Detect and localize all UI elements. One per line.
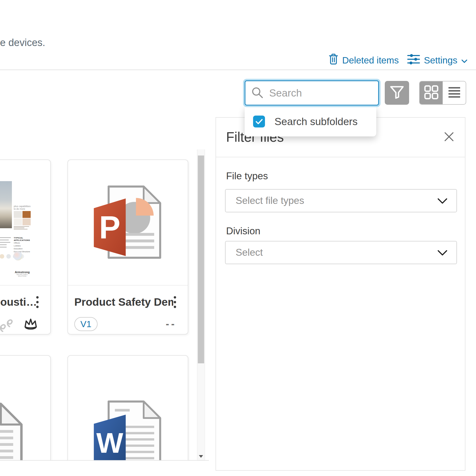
filter-files-panel: Filter files File types Select file type… (216, 117, 465, 471)
file-types-select[interactable]: Select file types (225, 189, 457, 212)
file-thumbnail: plus capabilities to do more TYPICAL APP… (0, 160, 50, 286)
svg-text:P: P (99, 209, 120, 245)
more-options-icon[interactable] (173, 295, 177, 309)
files-scrollbar[interactable] (197, 149, 205, 461)
settings-menu[interactable]: Settings (407, 53, 468, 67)
search-input[interactable] (267, 87, 404, 99)
smart-tag-squiggle-icon (0, 317, 15, 333)
division-placeholder: Select (236, 247, 263, 258)
settings-label: Settings (424, 55, 457, 66)
list-view-button[interactable] (443, 81, 466, 104)
content-bottom-divider (0, 460, 209, 461)
crown-icon (22, 317, 39, 333)
word-file-icon: W (91, 399, 165, 461)
close-icon[interactable] (444, 131, 454, 142)
division-select[interactable]: Select (225, 241, 457, 264)
header-divider (0, 70, 476, 70)
caret-down-icon (199, 455, 203, 458)
file-card-powerpoint[interactable]: P Product Safety Dem… V1 -- (67, 159, 188, 335)
brochure-collage-caption: plus capabilities to do more (14, 205, 31, 210)
version-badge[interactable]: V1 (74, 317, 98, 331)
brochure-logo: Armstrong CEILING & WALL SOLUTIONS (13, 271, 31, 277)
page: e devices. Deleted items Settings (0, 0, 476, 476)
file-title: ousti… (0, 296, 36, 308)
view-toggle (419, 81, 466, 105)
file-thumbnail: W (68, 356, 188, 461)
file-card-document[interactable] (0, 355, 51, 461)
usage-placeholder: -- (166, 318, 177, 330)
more-options-icon[interactable] (36, 295, 39, 309)
grid-view-icon (424, 85, 439, 101)
panel-divider (216, 157, 465, 157)
subfolders-label: Search subfolders (274, 116, 358, 127)
scrollbar-down-button[interactable] (197, 452, 205, 461)
deleted-items-link[interactable]: Deleted items (329, 53, 399, 67)
file-title: Product Safety Dem… (74, 296, 173, 308)
chevron-down-icon (461, 55, 468, 66)
grid-view-button[interactable] (420, 81, 443, 104)
file-card-word[interactable]: W (67, 355, 188, 461)
intro-text-partial: e devices. (0, 37, 45, 48)
search-subfolders-option[interactable]: Search subfolders (245, 107, 376, 136)
document-file-icon (0, 401, 30, 461)
search-icon (251, 86, 263, 100)
list-view-icon (448, 87, 461, 99)
powerpoint-file-icon: P (91, 184, 165, 262)
file-card-brochure[interactable]: plus capabilities to do more TYPICAL APP… (0, 159, 51, 335)
brochure-collage: plus capabilities to do more (14, 205, 31, 234)
brochure-photo (0, 181, 12, 228)
subfolders-checkbox[interactable] (253, 116, 265, 127)
file-thumbnail: P (68, 160, 188, 286)
division-label: Division (226, 226, 260, 237)
sliders-icon (407, 53, 420, 67)
chevron-down-icon (437, 195, 447, 206)
deleted-items-label: Deleted items (342, 55, 399, 66)
chevron-down-icon (437, 247, 447, 258)
trash-icon (329, 53, 338, 67)
scrollbar-thumb[interactable] (198, 155, 204, 363)
svg-text:W: W (96, 427, 123, 459)
brochure-color-wheel (13, 251, 22, 260)
file-thumbnail (0, 356, 50, 461)
file-types-placeholder: Select file types (236, 195, 304, 206)
brochure-text-lines (0, 237, 11, 249)
brochure-preview: plus capabilities to do more TYPICAL APP… (0, 163, 37, 285)
check-icon (255, 119, 263, 125)
search-field (245, 80, 379, 106)
file-types-label: File types (226, 171, 268, 182)
files-grid: plus capabilities to do more TYPICAL APP… (0, 148, 207, 461)
card-footer: Product Safety Dem… V1 -- (68, 286, 188, 334)
card-footer: ousti… (0, 286, 50, 334)
